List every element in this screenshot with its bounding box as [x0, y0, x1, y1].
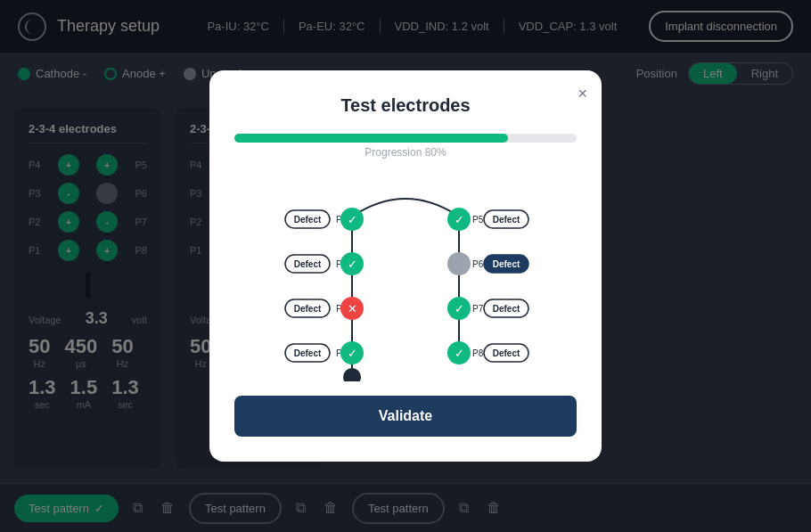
svg-point-7: [343, 368, 361, 381]
svg-text:✓: ✓: [348, 213, 357, 226]
electrode-diagram: Defect P4 ✓ ✓ P5 Defect Defect P3 ✓: [234, 176, 577, 381]
validate-button[interactable]: Validate: [234, 396, 577, 437]
svg-text:P6: P6: [472, 259, 484, 269]
svg-text:✓: ✓: [455, 347, 464, 360]
svg-point-23: [447, 252, 471, 275]
svg-text:Defect: Defect: [493, 304, 520, 314]
progress-bar-fill: [234, 134, 508, 143]
svg-text:Defect: Defect: [294, 348, 322, 358]
modal-title: Test electrodes: [234, 95, 577, 116]
svg-text:Defect: Defect: [294, 259, 322, 269]
svg-text:Defect: Defect: [294, 215, 322, 225]
modal: × Test electrodes Progression 80%: [209, 70, 602, 462]
modal-overlay: × Test electrodes Progression 80%: [0, 0, 811, 532]
svg-text:P5: P5: [472, 215, 484, 225]
svg-text:P8: P8: [472, 348, 484, 358]
svg-text:✕: ✕: [348, 302, 357, 315]
progress-bar-container: [234, 134, 577, 143]
svg-text:✓: ✓: [348, 347, 357, 360]
svg-text:Defect: Defect: [493, 348, 520, 358]
svg-text:✓: ✓: [455, 213, 464, 226]
svg-text:Defect: Defect: [493, 215, 520, 225]
svg-text:✓: ✓: [455, 302, 464, 315]
modal-close-button[interactable]: ×: [578, 85, 587, 103]
svg-text:Defect: Defect: [493, 259, 520, 269]
svg-text:Defect: Defect: [294, 304, 322, 314]
svg-text:✓: ✓: [348, 258, 357, 271]
svg-text:P7: P7: [472, 304, 484, 314]
progress-label: Progression 80%: [234, 146, 577, 159]
diagram-svg: Defect P4 ✓ ✓ P5 Defect Defect P3 ✓: [234, 176, 577, 381]
